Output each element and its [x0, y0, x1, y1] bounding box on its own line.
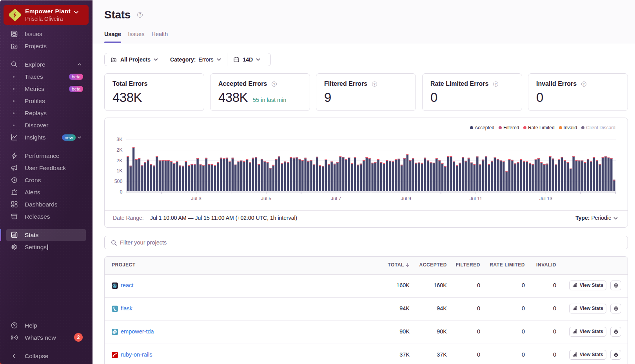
svg-text:2K: 2K: [116, 158, 123, 163]
svg-text:2K: 2K: [116, 147, 123, 153]
svg-text:Jul 9: Jul 9: [401, 196, 411, 201]
svg-text:Jul 11: Jul 11: [470, 196, 482, 201]
svg-text:0: 0: [120, 189, 123, 195]
svg-text:500: 500: [114, 179, 123, 184]
svg-text:Jul 3: Jul 3: [191, 196, 201, 201]
svg-text:Jul 7: Jul 7: [331, 196, 341, 201]
svg-text:Jul 5: Jul 5: [261, 196, 271, 201]
svg-text:1K: 1K: [116, 168, 123, 174]
svg-text:Jul 13: Jul 13: [539, 196, 552, 201]
svg-text:3K: 3K: [116, 137, 123, 142]
